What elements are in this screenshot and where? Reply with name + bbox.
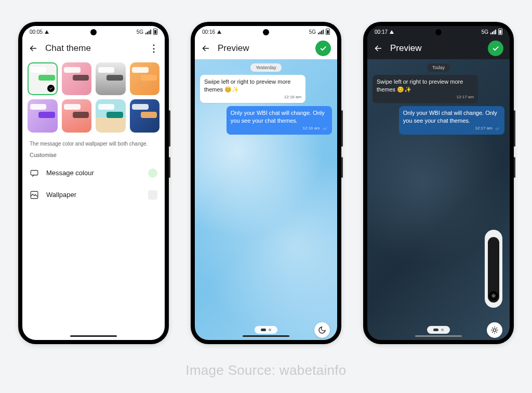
phone-side-button [514,157,515,178]
light-mode-toggle[interactable] [487,322,502,338]
theme-grid [22,59,165,136]
signal-icon [390,30,394,34]
row-wallpaper[interactable]: Wallpaper [22,184,165,206]
date-chip: Yesterday [250,63,282,72]
battery-icon [326,29,330,35]
phone-side-button [341,110,343,147]
chat-preview-area[interactable]: Yesterday Swipe left or right to preview… [195,59,337,340]
chat-bubble-incoming: Swipe left or right to preview more them… [200,75,305,103]
theme-pager[interactable] [255,326,277,334]
pager-dot [269,329,271,331]
theme-tile-purple[interactable] [28,99,58,132]
bubble-timestamp: 12:16 am [302,126,320,130]
phone-camera-cutout [263,29,269,35]
overflow-menu-button[interactable]: ⋮ [149,43,158,54]
theme-tile-default[interactable] [28,62,58,95]
chat-bubble-incoming: Swipe left or right to preview more them… [373,75,478,103]
row-label: Wallpaper [46,191,141,199]
bubble-timestamp: 12:17 am [475,126,492,130]
pager-dot-active [433,329,438,331]
confirm-button[interactable] [488,41,503,56]
status-time: 00:17 [375,29,388,35]
bubble-timestamp: 12:16 am [204,95,301,100]
message-colour-icon [30,168,39,178]
phone-preview-dark: 00:17 5G Preview Today [363,22,514,344]
back-button[interactable] [29,44,38,53]
image-source-caption: Image Source: wabetainfo [0,362,532,378]
phone-camera-cutout [435,29,442,35]
signal-bars-icon [145,30,151,34]
row-label: Message colour [46,169,141,177]
back-button[interactable] [201,44,210,53]
phone-mockup-stage: 00:05 5G Chat theme ⋮ [0,0,532,355]
signal-bars-icon [318,30,324,34]
bubble-text: Only your WBI chat will change. Only you… [231,110,325,124]
confirm-button[interactable] [315,41,331,56]
page-title: Chat theme [45,43,142,54]
phone-camera-cutout [90,29,97,35]
status-network: 5G [137,29,143,35]
chat-bubble-outgoing: Only your WBI chat will change. Only you… [399,106,504,134]
phone-preview-light: 00:16 5G Preview Yesterday [191,22,341,344]
preview-bottom-controls [195,326,337,334]
chat-bubble-outgoing: Only your WBI chat will change. Only you… [227,106,332,134]
preview-bottom-controls [367,326,510,334]
battery-icon [153,29,157,35]
pager-dot [441,329,444,331]
theme-tile-pink[interactable] [62,62,92,95]
theme-tile-beach[interactable] [96,99,126,132]
signal-icon [45,30,49,34]
phone-side-button [341,157,343,178]
battery-icon [498,29,502,35]
read-ticks-icon [495,126,500,132]
back-button[interactable] [374,44,383,53]
page-title: Preview [218,43,308,54]
date-chip: Today [427,63,450,72]
status-network: 5G [482,29,488,35]
app-bar: Preview [195,37,337,59]
brightness-track [488,237,499,303]
bubble-timestamp: 12:17 am [377,95,474,100]
app-bar: Chat theme ⋮ [22,37,165,59]
status-network: 5G [309,29,316,35]
section-customise-label: Customise [22,149,165,162]
bubble-text: Swipe left or right to preview more them… [204,78,290,93]
app-bar: Preview [367,37,510,59]
info-note: The message color and wallpaper will bot… [22,136,165,149]
theme-pager[interactable] [427,326,450,334]
theme-tile-grey[interactable] [96,62,126,95]
status-time: 00:05 [30,29,43,35]
theme-tile-coral[interactable] [62,99,92,132]
wallpaper-icon [30,190,39,200]
svg-point-2 [493,295,494,296]
phone-chat-theme: 00:05 5G Chat theme ⋮ [18,22,169,344]
status-time: 00:16 [202,29,215,35]
colour-swatch [148,168,157,178]
brightness-knob[interactable] [489,291,498,300]
signal-icon [217,30,221,34]
svg-point-3 [493,329,496,331]
page-title: Preview [390,43,481,54]
read-ticks-icon [323,126,328,132]
phone-side-button [169,157,170,178]
gesture-bar [70,335,117,337]
theme-tile-navy[interactable] [130,99,160,132]
brightness-slider[interactable] [485,230,502,308]
phone-side-button [514,110,515,147]
svg-rect-0 [31,170,38,175]
phone-side-button [169,110,170,147]
wallpaper-swatch [148,190,157,200]
selected-check-icon [47,85,55,92]
signal-bars-icon [490,30,496,34]
theme-tile-orange[interactable] [130,62,160,95]
row-message-colour[interactable]: Message colour [22,162,165,184]
pager-dot-active [261,329,266,331]
bubble-text: Only your WBI chat will change. Only you… [403,110,497,124]
dark-mode-toggle[interactable] [314,322,330,338]
bubble-text: Swipe left or right to preview more them… [377,78,463,93]
